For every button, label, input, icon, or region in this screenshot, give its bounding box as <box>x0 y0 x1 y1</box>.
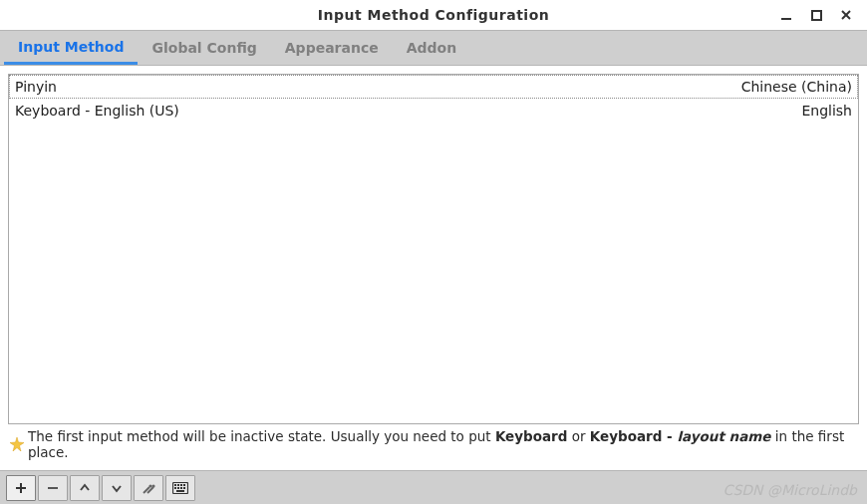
svg-rect-13 <box>174 484 176 486</box>
star-icon <box>10 437 24 451</box>
tab-addon[interactable]: Addon <box>393 31 470 65</box>
keyboard-icon <box>172 482 188 494</box>
remove-button[interactable] <box>38 475 68 501</box>
hint-text: The first input method will be inactive … <box>8 424 859 462</box>
svg-rect-17 <box>174 487 176 489</box>
titlebar: Input Method Configuration <box>0 0 867 30</box>
plus-icon <box>14 481 28 495</box>
svg-rect-15 <box>180 484 182 486</box>
svg-rect-20 <box>183 487 185 489</box>
minimize-button[interactable] <box>779 8 793 22</box>
watermark: CSDN @MicroLindb <box>723 482 857 498</box>
close-button[interactable] <box>839 8 853 22</box>
im-name: Keyboard - English (US) <box>15 103 179 119</box>
tabbar: Input Method Global Config Appearance Ad… <box>0 30 867 66</box>
configure-button[interactable] <box>134 475 163 501</box>
minus-icon <box>46 481 60 495</box>
svg-rect-18 <box>177 487 179 489</box>
input-method-list[interactable]: Pinyin Chinese (China) Keyboard - Englis… <box>8 74 859 424</box>
svg-point-10 <box>148 484 151 487</box>
svg-marker-4 <box>10 437 24 451</box>
svg-rect-1 <box>812 11 821 20</box>
chevron-up-icon <box>78 481 92 495</box>
im-language: Chinese (China) <box>741 79 852 95</box>
tab-appearance[interactable]: Appearance <box>271 31 393 65</box>
svg-rect-21 <box>176 490 184 492</box>
move-up-button[interactable] <box>70 475 100 501</box>
window: Input Method Configuration Input Method … <box>0 0 867 504</box>
tab-label: Input Method <box>18 39 124 55</box>
keyboard-button[interactable] <box>165 475 195 501</box>
content-area: Pinyin Chinese (China) Keyboard - Englis… <box>0 66 867 470</box>
list-item[interactable]: Keyboard - English (US) English <box>9 99 858 123</box>
maximize-button[interactable] <box>809 8 823 22</box>
tab-label: Addon <box>407 40 456 56</box>
window-title: Input Method Configuration <box>8 7 859 23</box>
tab-label: Appearance <box>285 40 379 56</box>
svg-rect-16 <box>183 484 185 486</box>
tools-icon <box>142 481 155 495</box>
svg-rect-14 <box>177 484 179 486</box>
svg-point-11 <box>151 484 154 487</box>
im-language: English <box>801 103 852 119</box>
window-controls <box>779 0 853 30</box>
svg-rect-19 <box>180 487 182 489</box>
toolbar: CSDN @MicroLindb <box>0 470 867 504</box>
tab-input-method[interactable]: Input Method <box>4 31 138 65</box>
tab-label: Global Config <box>151 40 256 56</box>
tab-global-config[interactable]: Global Config <box>138 31 270 65</box>
list-item[interactable]: Pinyin Chinese (China) <box>9 75 858 99</box>
add-button[interactable] <box>6 475 36 501</box>
im-name: Pinyin <box>15 79 57 95</box>
chevron-down-icon <box>110 481 124 495</box>
move-down-button[interactable] <box>102 475 132 501</box>
